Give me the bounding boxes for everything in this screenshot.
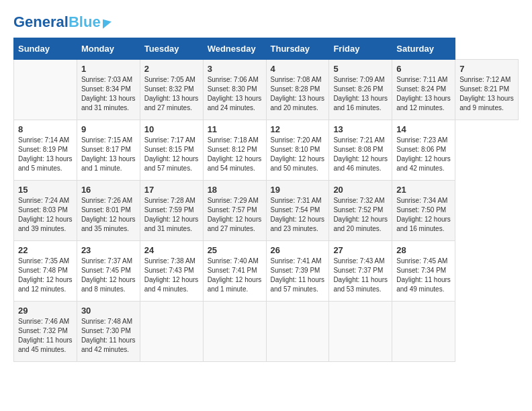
- header: GeneralBlue: [13, 13, 519, 31]
- day-info: Sunrise: 7:20 AM Sunset: 8:10 PM Dayligh…: [271, 136, 325, 173]
- calendar-cell: 8Sunrise: 7:14 AM Sunset: 8:19 PM Daylig…: [14, 120, 77, 181]
- day-header-sunday: Sunday: [14, 38, 77, 60]
- day-info: Sunrise: 7:40 AM Sunset: 7:41 PM Dayligh…: [208, 257, 262, 294]
- day-number: 2: [144, 64, 199, 74]
- day-info: Sunrise: 7:35 AM Sunset: 7:48 PM Dayligh…: [18, 257, 73, 294]
- day-info: Sunrise: 7:26 AM Sunset: 8:01 PM Dayligh…: [81, 196, 136, 234]
- day-number: 11: [208, 124, 262, 134]
- day-number: 1: [81, 64, 136, 74]
- calendar-cell: 7Sunrise: 7:12 AM Sunset: 8:21 PM Daylig…: [455, 60, 519, 120]
- day-info: Sunrise: 7:31 AM Sunset: 7:54 PM Dayligh…: [271, 196, 325, 234]
- day-info: Sunrise: 7:29 AM Sunset: 7:57 PM Dayligh…: [208, 196, 262, 234]
- calendar-week-row: 29Sunrise: 7:46 AM Sunset: 7:32 PM Dayli…: [14, 302, 519, 362]
- calendar-cell: 2Sunrise: 7:05 AM Sunset: 8:32 PM Daylig…: [140, 60, 203, 120]
- days-header-row: SundayMondayTuesdayWednesdayThursdayFrid…: [14, 38, 519, 60]
- day-info: Sunrise: 7:28 AM Sunset: 7:59 PM Dayligh…: [144, 196, 199, 234]
- calendar-cell: 3Sunrise: 7:06 AM Sunset: 8:30 PM Daylig…: [203, 60, 266, 120]
- calendar-week-row: 1Sunrise: 7:03 AM Sunset: 8:34 PM Daylig…: [14, 60, 519, 120]
- day-number: 22: [18, 245, 73, 255]
- day-info: Sunrise: 7:11 AM Sunset: 8:24 PM Dayligh…: [396, 75, 451, 113]
- day-info: Sunrise: 7:06 AM Sunset: 8:30 PM Dayligh…: [208, 75, 262, 113]
- day-number: 5: [333, 64, 388, 74]
- day-header-thursday: Thursday: [266, 38, 329, 60]
- calendar-cell: 16Sunrise: 7:26 AM Sunset: 8:01 PM Dayli…: [77, 181, 140, 241]
- day-number: 28: [396, 245, 451, 255]
- calendar-cell: 25Sunrise: 7:40 AM Sunset: 7:41 PM Dayli…: [203, 241, 266, 302]
- day-number: 23: [81, 245, 136, 255]
- day-number: 19: [271, 185, 325, 195]
- day-info: Sunrise: 7:15 AM Sunset: 8:17 PM Dayligh…: [81, 136, 136, 173]
- day-number: 9: [81, 124, 136, 134]
- day-number: 15: [18, 185, 73, 195]
- calendar-cell: 5Sunrise: 7:09 AM Sunset: 8:26 PM Daylig…: [329, 60, 392, 120]
- calendar-cell: 30Sunrise: 7:48 AM Sunset: 7:30 PM Dayli…: [77, 302, 140, 362]
- day-info: Sunrise: 7:21 AM Sunset: 8:08 PM Dayligh…: [333, 136, 388, 173]
- calendar-week-row: 8Sunrise: 7:14 AM Sunset: 8:19 PM Daylig…: [14, 120, 519, 181]
- day-info: Sunrise: 7:48 AM Sunset: 7:30 PM Dayligh…: [81, 317, 136, 355]
- day-header-friday: Friday: [329, 38, 392, 60]
- day-header-wednesday: Wednesday: [203, 38, 266, 60]
- calendar-cell: 15Sunrise: 7:24 AM Sunset: 8:03 PM Dayli…: [14, 181, 77, 241]
- day-info: Sunrise: 7:34 AM Sunset: 7:50 PM Dayligh…: [396, 196, 451, 234]
- calendar-cell: 26Sunrise: 7:41 AM Sunset: 7:39 PM Dayli…: [266, 241, 329, 302]
- calendar-cell: 17Sunrise: 7:28 AM Sunset: 7:59 PM Dayli…: [140, 181, 203, 241]
- logo-text-part2: Blue: [69, 13, 101, 30]
- calendar-cell: 10Sunrise: 7:17 AM Sunset: 8:15 PM Dayli…: [140, 120, 203, 181]
- calendar-cell: 1Sunrise: 7:03 AM Sunset: 8:34 PM Daylig…: [77, 60, 140, 120]
- day-number: 29: [18, 306, 73, 316]
- calendar-cell: 9Sunrise: 7:15 AM Sunset: 8:17 PM Daylig…: [77, 120, 140, 181]
- day-number: 4: [271, 64, 325, 74]
- day-number: 8: [18, 124, 73, 134]
- calendar-cell: 22Sunrise: 7:35 AM Sunset: 7:48 PM Dayli…: [14, 241, 77, 302]
- calendar-cell: 21Sunrise: 7:34 AM Sunset: 7:50 PM Dayli…: [392, 181, 455, 241]
- day-number: 14: [396, 124, 451, 134]
- day-number: 20: [333, 185, 388, 195]
- day-info: Sunrise: 7:12 AM Sunset: 8:21 PM Dayligh…: [459, 75, 514, 113]
- calendar-cell: 29Sunrise: 7:46 AM Sunset: 7:32 PM Dayli…: [14, 302, 77, 362]
- calendar-cell: [392, 302, 455, 362]
- calendar-cell: [203, 302, 266, 362]
- calendar-cell: 28Sunrise: 7:45 AM Sunset: 7:34 PM Dayli…: [392, 241, 455, 302]
- day-number: 6: [396, 64, 451, 74]
- day-info: Sunrise: 7:18 AM Sunset: 8:12 PM Dayligh…: [208, 136, 262, 173]
- day-number: 12: [271, 124, 325, 134]
- day-number: 25: [208, 245, 262, 255]
- logo-arrow-icon: [103, 17, 112, 28]
- calendar-cell: 27Sunrise: 7:43 AM Sunset: 7:37 PM Dayli…: [329, 241, 392, 302]
- day-info: Sunrise: 7:37 AM Sunset: 7:45 PM Dayligh…: [81, 257, 136, 294]
- day-info: Sunrise: 7:24 AM Sunset: 8:03 PM Dayligh…: [18, 196, 73, 234]
- day-info: Sunrise: 7:08 AM Sunset: 8:28 PM Dayligh…: [271, 75, 325, 113]
- calendar-cell: 14Sunrise: 7:23 AM Sunset: 8:06 PM Dayli…: [392, 120, 455, 181]
- day-number: 10: [144, 124, 199, 134]
- calendar-cell: 13Sunrise: 7:21 AM Sunset: 8:08 PM Dayli…: [329, 120, 392, 181]
- day-info: Sunrise: 7:46 AM Sunset: 7:32 PM Dayligh…: [18, 317, 73, 355]
- day-number: 16: [81, 185, 136, 195]
- logo-text-part1: General: [13, 13, 69, 30]
- calendar-cell: 18Sunrise: 7:29 AM Sunset: 7:57 PM Dayli…: [203, 181, 266, 241]
- day-number: 17: [144, 185, 199, 195]
- day-info: Sunrise: 7:14 AM Sunset: 8:19 PM Dayligh…: [18, 136, 73, 173]
- day-number: 21: [396, 185, 451, 195]
- calendar-cell: 24Sunrise: 7:38 AM Sunset: 7:43 PM Dayli…: [140, 241, 203, 302]
- day-info: Sunrise: 7:43 AM Sunset: 7:37 PM Dayligh…: [333, 257, 388, 294]
- day-info: Sunrise: 7:17 AM Sunset: 8:15 PM Dayligh…: [144, 136, 199, 173]
- calendar-cell: [266, 302, 329, 362]
- day-number: 3: [208, 64, 262, 74]
- day-number: 13: [333, 124, 388, 134]
- calendar-cell: [14, 60, 77, 120]
- day-number: 26: [271, 245, 325, 255]
- day-header-monday: Monday: [77, 38, 140, 60]
- day-header-saturday: Saturday: [392, 38, 455, 60]
- calendar-cell: 4Sunrise: 7:08 AM Sunset: 8:28 PM Daylig…: [266, 60, 329, 120]
- calendar-cell: [329, 302, 392, 362]
- calendar-cell: 11Sunrise: 7:18 AM Sunset: 8:12 PM Dayli…: [203, 120, 266, 181]
- day-number: 30: [81, 306, 136, 316]
- logo: GeneralBlue: [13, 13, 112, 31]
- calendar-week-row: 22Sunrise: 7:35 AM Sunset: 7:48 PM Dayli…: [14, 241, 519, 302]
- day-number: 27: [333, 245, 388, 255]
- calendar-cell: 12Sunrise: 7:20 AM Sunset: 8:10 PM Dayli…: [266, 120, 329, 181]
- day-info: Sunrise: 7:41 AM Sunset: 7:39 PM Dayligh…: [271, 257, 325, 294]
- day-number: 24: [144, 245, 199, 255]
- calendar-cell: 23Sunrise: 7:37 AM Sunset: 7:45 PM Dayli…: [77, 241, 140, 302]
- day-number: 7: [459, 64, 514, 74]
